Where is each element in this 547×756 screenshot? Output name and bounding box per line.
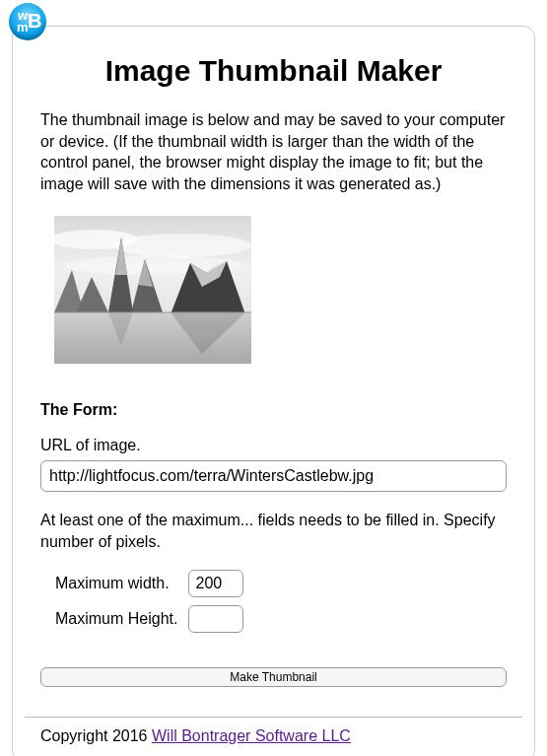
dimension-hint: At least one of the maximum... fields ne… [40, 510, 507, 552]
url-label: URL of image. [40, 437, 507, 454]
max-height-label: Maximum Height. [54, 604, 187, 634]
thumbnail-image [54, 216, 251, 364]
max-width-input[interactable] [188, 570, 243, 597]
form-heading: The Form: [40, 401, 507, 419]
main-panel: Image Thumbnail Maker The thumbnail imag… [12, 26, 535, 756]
url-input[interactable] [40, 460, 507, 492]
copyright-link[interactable]: Will Bontrager Software LLC [152, 727, 351, 744]
description-text: The thumbnail image is below and may be … [40, 109, 507, 194]
max-height-input[interactable] [188, 605, 243, 633]
copyright-prefix: Copyright 2016 [40, 727, 152, 744]
page-title: Image Thumbnail Maker [40, 54, 507, 88]
svg-text:B: B [28, 10, 41, 32]
make-thumbnail-button[interactable]: Make Thumbnail [40, 667, 507, 687]
max-width-row: Maximum width. [54, 569, 253, 598]
svg-point-6 [113, 234, 251, 257]
divider [25, 717, 522, 718]
svg-text:m: m [17, 20, 29, 34]
wmb-logo-icon: w m B [8, 2, 47, 41]
max-height-row: Maximum Height. [54, 604, 253, 634]
copyright-text: Copyright 2016 Will Bontrager Software L… [40, 727, 507, 749]
max-width-label: Maximum width. [54, 569, 187, 598]
